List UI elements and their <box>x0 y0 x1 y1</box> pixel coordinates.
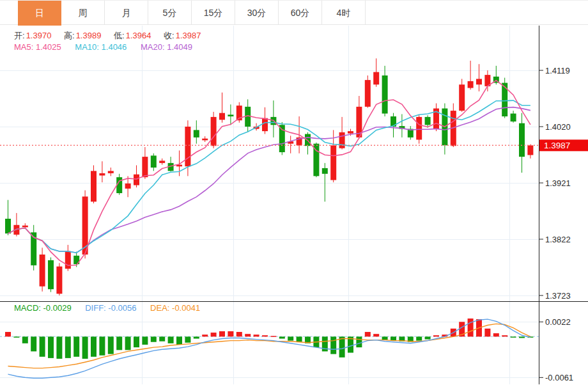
candle-body <box>108 171 114 173</box>
macd-bar <box>74 336 79 356</box>
candle-body <box>22 226 28 228</box>
macd-bar <box>65 336 71 358</box>
macd-bar <box>373 334 379 336</box>
macd-bar <box>433 335 439 336</box>
tab-day[interactable]: 日 <box>18 1 61 26</box>
diff-label: DIFF: <box>85 303 106 313</box>
candle-body <box>159 161 165 163</box>
kline-svg[interactable]: 1.39871.41191.40201.39211.38221.37230.00… <box>0 0 588 385</box>
candle-body <box>125 184 131 189</box>
diff-legend-item: DIFF: -0.0056 <box>85 303 136 313</box>
tab-month[interactable]: 月 <box>105 1 148 25</box>
dea-value: -0.0041 <box>172 303 200 313</box>
ma10-value: 1.4046 <box>102 42 127 52</box>
candle-body <box>468 81 474 88</box>
price-axis-label: 1.4020 <box>545 122 571 132</box>
ma-legend: MA5: 1.4025 MA10: 1.4046 MA20: 1.4049 <box>14 42 204 52</box>
tab-30min[interactable]: 30分 <box>235 1 279 25</box>
macd-bar <box>31 336 36 351</box>
macd-bar <box>468 318 474 336</box>
macd-bar <box>56 336 62 359</box>
macd-bar <box>339 336 345 357</box>
candle-body <box>416 117 422 140</box>
dea-legend-item: DEA: -0.0041 <box>150 303 200 313</box>
last-price-badge-value: 1.3987 <box>544 141 570 150</box>
macd-bar <box>382 336 388 340</box>
candle-body <box>330 145 336 180</box>
macd-bar <box>511 336 516 338</box>
macd-bar <box>134 336 139 347</box>
tab-60min[interactable]: 60分 <box>279 1 322 25</box>
price-axis-label: 1.3822 <box>545 235 571 244</box>
low-label: 低: <box>114 31 125 40</box>
close-value: 1.3987 <box>176 31 201 40</box>
high-value: 1.3989 <box>76 31 102 40</box>
candle-body <box>459 84 465 111</box>
candle-body <box>194 130 199 138</box>
macd-bar <box>108 336 114 354</box>
candle-body <box>99 173 105 176</box>
macd-bar <box>262 335 268 336</box>
macd-bar <box>330 336 336 354</box>
candle-body <box>322 168 328 174</box>
candle-body <box>65 251 71 269</box>
candle-body <box>511 114 516 122</box>
macd-legend-item: MACD: -0.0029 <box>14 303 72 313</box>
tab-15min[interactable]: 15分 <box>192 1 235 25</box>
candle-body <box>211 117 217 146</box>
macd-bar <box>297 336 302 342</box>
tab-5min[interactable]: 5分 <box>148 1 192 25</box>
tab-week[interactable]: 周 <box>61 1 105 25</box>
candle-body <box>5 219 11 233</box>
macd-axis-label: 0.0022 <box>545 317 571 327</box>
close-label: 收: <box>164 31 174 40</box>
macd-bar <box>425 336 431 339</box>
macd-bar <box>236 332 242 336</box>
candle-body <box>382 75 388 114</box>
candle-body <box>502 83 507 116</box>
macd-bar <box>99 336 105 355</box>
ma20-legend-item: MA20: 1.4049 <box>141 42 192 52</box>
macd-bar <box>288 336 293 340</box>
candle-body <box>228 114 233 116</box>
macd-bar <box>176 336 182 345</box>
candle-body <box>91 171 97 201</box>
timeframe-tabbar: 日周月5分15分30分60分4时 <box>0 0 588 25</box>
open-value: 1.3970 <box>26 31 52 40</box>
candle-body <box>185 127 190 166</box>
candle-body <box>373 72 379 85</box>
macd-histogram <box>5 318 533 359</box>
macd-bar <box>194 336 199 338</box>
high-label: 高: <box>64 31 75 40</box>
candle-body <box>134 175 139 185</box>
macd-bar <box>211 333 217 336</box>
macd-bar <box>484 329 490 337</box>
ma20-label: MA20: <box>141 42 165 52</box>
macd-bar <box>502 335 507 336</box>
macd-bar <box>5 332 11 336</box>
ma20-value: 1.4049 <box>167 42 192 52</box>
macd-bar <box>228 331 233 336</box>
macd-axis-label: -0.0061 <box>545 373 573 382</box>
macd-bar <box>416 336 422 340</box>
diff-value: -0.0056 <box>108 303 136 313</box>
macd-bar <box>519 336 525 338</box>
candles-group <box>5 58 533 295</box>
ma10-legend-item: MA10: 1.4046 <box>75 42 127 52</box>
candle-body <box>476 79 482 84</box>
macd-bar <box>48 336 54 358</box>
macd-bar <box>279 336 285 338</box>
macd-bar <box>159 336 165 341</box>
price-axis-label: 1.4119 <box>545 66 570 75</box>
candle-body <box>348 131 353 134</box>
macd-bar <box>116 336 122 350</box>
tab-4hour[interactable]: 4时 <box>322 1 366 25</box>
kline-chart-app: 1.39871.41191.40201.39211.38221.37230.00… <box>0 0 588 385</box>
macd-bar <box>168 336 174 343</box>
macd-bar <box>125 336 131 350</box>
chart-frame <box>0 26 588 384</box>
price-axis-label: 1.3723 <box>545 291 571 301</box>
macd-bar <box>219 331 225 336</box>
macd-bar <box>270 336 276 337</box>
candle-body <box>527 145 533 155</box>
